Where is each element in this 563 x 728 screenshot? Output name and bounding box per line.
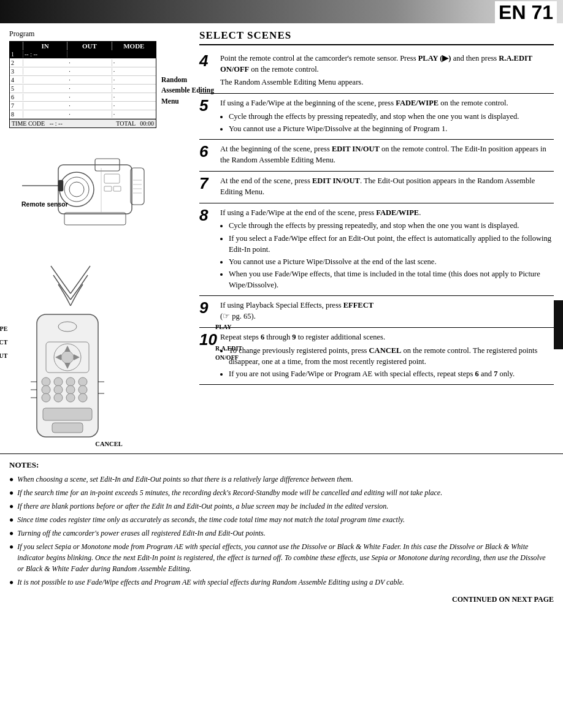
table-row: 5 · ·: [10, 85, 156, 93]
right-column: SELECT SCENES 4 Point the remote control…: [193, 29, 554, 447]
signal-waves-svg: [46, 257, 95, 312]
continued-text: CONTINUED ON NEXT PAGE: [0, 595, 563, 609]
table-row: 7 · ·: [10, 102, 156, 110]
table-row: 6 · ·: [10, 93, 156, 102]
notes-title: NOTES:: [9, 459, 554, 471]
svg-point-27: [42, 377, 50, 386]
section-title: SELECT SCENES: [199, 29, 554, 45]
svg-point-29: [66, 377, 75, 386]
list-item: It is not possible to use Fade/Wipe effe…: [9, 577, 554, 588]
step-5: 5 If using a Fade/Wipe at the beginning …: [199, 94, 554, 139]
svg-point-2: [64, 177, 89, 202]
col-num-header: [10, 42, 23, 50]
list-item: If there are blank portions before or af…: [9, 501, 554, 512]
svg-point-3: [69, 182, 84, 197]
program-label: Program: [9, 29, 187, 39]
svg-rect-6: [64, 213, 126, 225]
svg-point-35: [54, 385, 63, 394]
list-item: Turning off the camcorder's power erases…: [9, 528, 554, 539]
svg-text:Remote sensor: Remote sensor: [21, 200, 68, 208]
step-6: 6 At the beginning of the scene, press E…: [199, 140, 554, 172]
remote-right-labels: PLAY R.A.EDIT ON/OFF: [215, 322, 242, 362]
camcorder-svg: Remote sensor: [21, 146, 156, 254]
col-mode-header: MODE: [112, 42, 156, 50]
col-in-header: IN: [23, 42, 67, 50]
svg-point-28: [54, 377, 63, 386]
table-row: 8 · ·: [10, 110, 156, 119]
en-badge: EN 71: [495, 1, 557, 24]
svg-point-37: [79, 385, 87, 394]
svg-point-39: [54, 393, 63, 402]
table-header: IN OUT MODE: [10, 42, 156, 50]
step-7: 7 At the end of the scene, press EDIT IN…: [199, 172, 554, 203]
table-footer: TIME CODE -- : -- TOTAL 00:00: [10, 119, 156, 127]
svg-point-40: [66, 393, 75, 402]
svg-rect-44: [43, 408, 92, 420]
table-row: 3 · ·: [10, 67, 156, 76]
svg-point-34: [42, 385, 50, 394]
list-item: If the search time for an in-point excee…: [9, 487, 554, 498]
svg-point-41: [79, 393, 87, 402]
svg-point-36: [66, 385, 75, 394]
table-row: 1 -- : --: [10, 50, 156, 59]
side-bar: [554, 300, 563, 349]
random-assemble-label: RandomAssemble EditingMenu: [161, 75, 241, 107]
notes-section: NOTES: When choosing a scene, set Edit-I…: [0, 453, 563, 595]
top-banner: EN 71: [0, 0, 563, 23]
table-row: 2 · ·: [10, 59, 156, 67]
svg-point-30: [79, 377, 87, 386]
step-4: 4 Point the remote control at the camcor…: [199, 49, 554, 94]
svg-point-38: [42, 393, 50, 402]
camcorder-illustration: Remote sensor FADE/WIPE EFFECT EDIT IN/O…: [9, 146, 187, 447]
program-table: IN OUT MODE 1 -- : -- 2 · · 3: [9, 41, 156, 128]
svg-rect-5: [131, 168, 144, 205]
svg-rect-45: [52, 423, 83, 433]
svg-point-22: [61, 351, 74, 363]
svg-rect-11: [113, 186, 121, 191]
remote-svg: [31, 311, 104, 443]
svg-rect-9: [104, 174, 120, 183]
remote-left-labels: FADE/WIPE EFFECT EDIT IN/OUT: [0, 322, 7, 363]
remote-control-area: FADE/WIPE EFFECT EDIT IN/OUT PLAY R.A.ED…: [31, 311, 187, 447]
step-10: 10 Repeat steps 6 through 9 to register …: [199, 328, 554, 385]
step-8: 8 If using a Fade/Wipe at the end of the…: [199, 203, 554, 296]
notes-list: When choosing a scene, set Edit-In and E…: [9, 474, 554, 588]
step-9: 9 If using Playback Special Effects, pre…: [199, 296, 554, 328]
left-column: Program IN OUT MODE 1 -- : -- 2 ·: [9, 29, 187, 447]
col-out-header: OUT: [67, 42, 112, 50]
list-item: When choosing a scene, set Edit-In and E…: [9, 474, 554, 485]
list-item: Since time codes register time only as a…: [9, 514, 554, 525]
list-item: If you select Sepia or Monotone mode fro…: [9, 541, 554, 574]
table-row: 4 · ·: [10, 76, 156, 85]
svg-rect-7: [58, 180, 63, 191]
svg-rect-10: [104, 186, 112, 191]
table-body: 1 -- : -- 2 · · 3 · ·: [10, 50, 156, 119]
